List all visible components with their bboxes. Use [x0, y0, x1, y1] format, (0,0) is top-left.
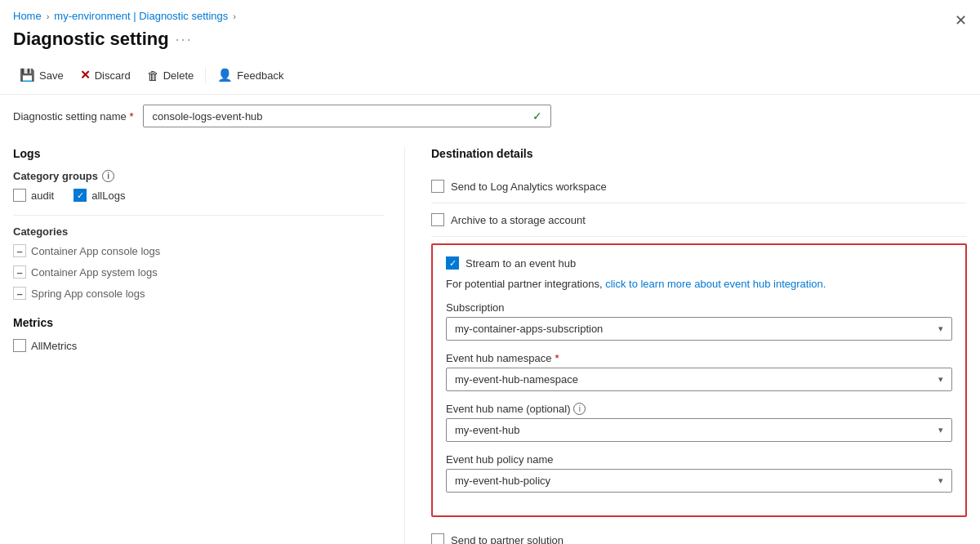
- audit-checkbox-item[interactable]: audit: [13, 189, 54, 202]
- feedback-icon: 👤: [217, 68, 233, 82]
- category-checkbox-2[interactable]: [13, 287, 26, 300]
- subscription-field: Subscription my-container-apps-subscript…: [446, 301, 952, 341]
- namespace-required-star: *: [555, 352, 559, 364]
- required-star: *: [129, 110, 133, 123]
- discard-icon: ✕: [80, 68, 91, 82]
- left-panel: Logs Category groups i audit allLogs Cat…: [13, 147, 405, 544]
- hub-name-info-icon[interactable]: i: [573, 403, 586, 415]
- storage-option: Archive to a storage account: [431, 203, 967, 237]
- policy-field: Event hub policy name my-event-hub-polic…: [446, 453, 952, 493]
- toolbar: 💾 Save ✕ Discard 🗑 Delete 👤 Feedback: [0, 60, 980, 95]
- category-checkbox-1[interactable]: [13, 265, 26, 279]
- partner-solution-label: Send to partner solution: [451, 534, 564, 545]
- main-content: Logs Category groups i audit allLogs Cat…: [0, 134, 980, 544]
- setting-name-label: Diagnostic setting name *: [13, 110, 133, 123]
- log-analytics-label: Send to Log Analytics workspace: [451, 181, 607, 193]
- partner-link[interactable]: click to learn more about event hub inte…: [605, 278, 826, 290]
- hub-name-chevron-down-icon: ▾: [938, 425, 943, 435]
- audit-label: audit: [31, 190, 54, 202]
- setting-name-value: console-logs-event-hub: [152, 110, 262, 123]
- subscription-dropdown[interactable]: my-container-apps-subscription ▾: [446, 317, 952, 341]
- log-analytics-option: Send to Log Analytics workspace: [431, 170, 967, 203]
- category-label-1: Container App system logs: [31, 266, 158, 279]
- breadcrumb-sep2: ›: [233, 11, 236, 21]
- setting-name-input[interactable]: console-logs-event-hub ✓: [143, 105, 551, 127]
- hub-name-label: Event hub name (optional) i: [446, 403, 952, 415]
- breadcrumb-home[interactable]: Home: [13, 10, 42, 22]
- breadcrumb-env[interactable]: my-environment | Diagnostic settings: [54, 10, 228, 22]
- right-panel: Destination details Send to Log Analytic…: [405, 147, 967, 544]
- page-title-dots[interactable]: ···: [176, 31, 193, 48]
- destination-title: Destination details: [431, 147, 967, 160]
- namespace-chevron-down-icon: ▾: [938, 374, 943, 385]
- list-item: Spring App console logs: [13, 287, 385, 300]
- namespace-value: my-event-hub-namespace: [455, 373, 578, 386]
- audit-checkbox[interactable]: [13, 189, 26, 202]
- page-container: ✕ Home › my-environment | Diagnostic set…: [0, 0, 980, 544]
- policy-chevron-down-icon: ▾: [938, 475, 943, 486]
- all-metrics-checkbox[interactable]: [13, 339, 26, 352]
- subscription-label: Subscription: [446, 301, 952, 314]
- feedback-button[interactable]: 👤 Feedback: [211, 65, 290, 86]
- all-metrics-label: AllMetrics: [31, 340, 77, 352]
- delete-label: Delete: [163, 69, 194, 82]
- subscription-value: my-container-apps-subscription: [455, 323, 603, 335]
- hub-name-value: my-event-hub: [455, 424, 519, 436]
- event-hub-header: Stream to an event hub: [446, 256, 952, 270]
- metrics-section: Metrics AllMetrics: [13, 316, 385, 352]
- alllogs-checkbox[interactable]: [74, 189, 87, 202]
- save-icon: 💾: [20, 68, 35, 82]
- save-button[interactable]: 💾 Save: [13, 65, 70, 86]
- all-metrics-checkbox-item[interactable]: AllMetrics: [13, 339, 385, 352]
- storage-label: Archive to a storage account: [451, 214, 586, 226]
- event-hub-label: Stream to an event hub: [466, 257, 576, 270]
- category-label-2: Spring App console logs: [31, 288, 145, 300]
- categories-title: Categories: [13, 225, 385, 238]
- setting-name-row: Diagnostic setting name * console-logs-e…: [0, 95, 980, 134]
- category-groups-checkboxes: audit allLogs: [13, 189, 385, 202]
- category-checkbox-0[interactable]: [13, 244, 26, 257]
- hub-name-field: Event hub name (optional) i my-event-hub…: [446, 403, 952, 442]
- namespace-label: Event hub namespace *: [446, 352, 952, 364]
- category-label-0: Container App console logs: [31, 245, 160, 257]
- hub-name-dropdown[interactable]: my-event-hub ▾: [446, 418, 952, 442]
- namespace-field: Event hub namespace * my-event-hub-names…: [446, 352, 952, 391]
- categories-list: Container App console logs Container App…: [13, 244, 385, 300]
- logs-section-title: Logs: [13, 147, 385, 160]
- logs-separator: [13, 215, 385, 216]
- event-hub-checkbox[interactable]: [446, 256, 459, 270]
- storage-checkbox[interactable]: [431, 213, 444, 226]
- feedback-label: Feedback: [237, 69, 283, 82]
- list-item: Container App console logs: [13, 244, 385, 257]
- policy-label: Event hub policy name: [446, 453, 952, 466]
- toolbar-divider: [205, 67, 206, 83]
- category-groups-info-icon[interactable]: i: [102, 170, 114, 182]
- page-title: Diagnostic setting: [13, 29, 169, 50]
- event-hub-section: Stream to an event hub For potential par…: [431, 243, 967, 517]
- policy-dropdown[interactable]: my-event-hub-policy ▾: [446, 469, 952, 493]
- close-button[interactable]: ✕: [955, 11, 967, 29]
- partner-integration-text: For potential partner integrations, clic…: [446, 278, 952, 290]
- log-analytics-checkbox[interactable]: [431, 180, 444, 193]
- save-label: Save: [39, 69, 64, 82]
- policy-value: my-event-hub-policy: [455, 475, 550, 487]
- page-title-row: Diagnostic setting ···: [0, 25, 980, 60]
- partner-solution-checkbox[interactable]: [431, 533, 444, 544]
- discard-button[interactable]: ✕ Discard: [74, 65, 137, 86]
- discard-label: Discard: [95, 69, 131, 82]
- breadcrumb-sep1: ›: [47, 11, 50, 21]
- metrics-section-title: Metrics: [13, 316, 385, 329]
- alllogs-label: allLogs: [91, 190, 125, 202]
- delete-icon: 🗑: [147, 69, 159, 82]
- valid-icon: ✓: [532, 109, 542, 123]
- alllogs-checkbox-item[interactable]: allLogs: [74, 189, 125, 202]
- partner-solution-option: Send to partner solution: [431, 524, 967, 544]
- delete-button[interactable]: 🗑 Delete: [140, 65, 201, 86]
- breadcrumb: Home › my-environment | Diagnostic setti…: [0, 0, 980, 25]
- subscription-chevron-down-icon: ▾: [938, 323, 943, 334]
- category-groups-title: Category groups i: [13, 170, 385, 182]
- namespace-dropdown[interactable]: my-event-hub-namespace ▾: [446, 368, 952, 391]
- list-item: Container App system logs: [13, 265, 385, 279]
